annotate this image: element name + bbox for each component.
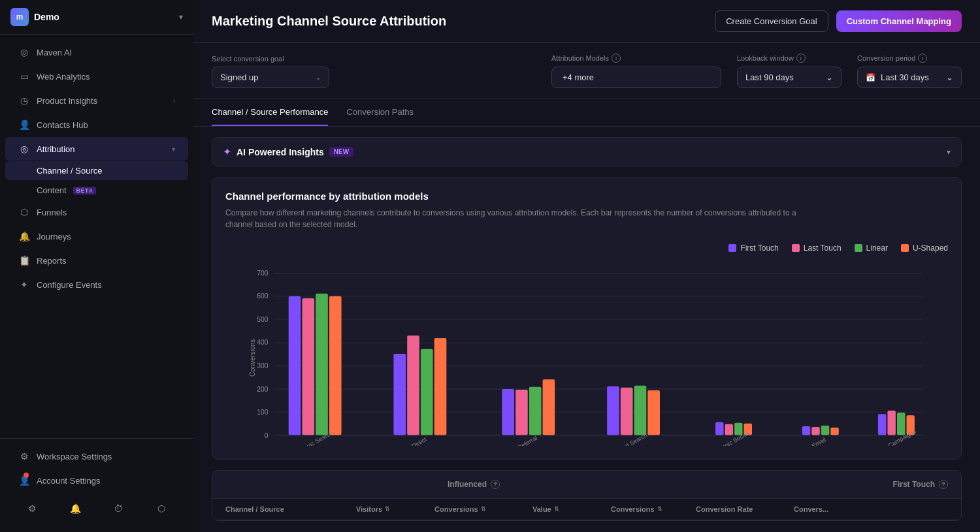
tab-conversion-paths[interactable]: Conversion Paths <box>346 99 414 126</box>
conversion-goal-select[interactable]: Signed up ⌄ <box>212 67 329 88</box>
attribution-models-control: Attribution Models i +4 more <box>551 54 721 88</box>
y-label-700: 700 <box>257 270 269 277</box>
conversion-period-control: Conversion period i 📅 Last 30 days ⌄ <box>857 54 962 88</box>
conversion-period-select[interactable]: 📅 Last 30 days ⌄ <box>857 67 962 88</box>
sidebar-item-configure-events[interactable]: ✦ Configure Events <box>5 273 188 296</box>
bar-referral-u-shaped <box>543 379 555 435</box>
legend-dot-first-touch <box>728 244 736 252</box>
create-conversion-goal-button[interactable]: Create Conversion Goal <box>715 10 828 32</box>
sidebar-item-label: Account Settings <box>37 476 101 486</box>
bar-email-last-touch <box>811 427 819 435</box>
product-insights-icon: ◷ <box>18 95 30 106</box>
sort-icon-conversions: ⇅ <box>481 506 486 512</box>
bar-other-campaigns-last-touch <box>887 411 895 435</box>
bar-chart: 700 600 500 400 300 200 100 0 Conversion… <box>225 263 948 446</box>
sidebar-item-maven-ai[interactable]: ◎ Maven AI <box>5 40 188 64</box>
bar-paid-search-last-touch <box>621 388 633 435</box>
workspace-settings-icon: ⚙ <box>18 451 30 462</box>
lookback-window-control: Lookback window i Last 90 days ⌄ <box>737 54 841 88</box>
sidebar-item-contacts-hub[interactable]: 👤 Contacts Hub <box>5 113 188 136</box>
sidebar-item-reports[interactable]: 📋 Reports <box>5 249 188 272</box>
workspace-name: Demo <box>34 12 59 22</box>
bar-paid-search-u-shaped <box>647 390 660 435</box>
ai-insights-bar[interactable]: ✦ AI Powered Insights NEW ▾ <box>212 137 962 166</box>
chart-title: Channel performance by attribution model… <box>225 191 948 202</box>
col-visitors[interactable]: Visitors ⇅ <box>356 505 434 513</box>
web-analytics-icon: ▭ <box>18 71 30 82</box>
sidebar-item-label: Funnels <box>37 208 67 217</box>
chart-legend: First Touch Last Touch Linear U-Shaped <box>225 243 948 253</box>
x-label-direct: Direct <box>410 436 427 446</box>
lookback-window-select[interactable]: Last 90 days ⌄ <box>737 67 841 88</box>
attribution-models-select[interactable]: +4 more <box>551 67 721 88</box>
influenced-group-header: Influenced ? <box>448 480 500 489</box>
new-badge: NEW <box>329 147 353 157</box>
calendar-icon: 📅 <box>866 73 875 82</box>
bell-footer-icon[interactable]: 🔔 <box>65 498 86 519</box>
contacts-hub-icon: 👤 <box>18 119 30 130</box>
beta-badge: BETA <box>73 187 97 195</box>
sidebar-item-label: Journeys <box>37 232 71 242</box>
settings-footer-icon[interactable]: ⚙ <box>22 498 42 519</box>
clock-footer-icon[interactable]: ⏱ <box>108 498 129 519</box>
bar-referral-last-touch <box>515 390 528 435</box>
main-content: Marketing Channel Source Attribution Cre… <box>193 0 980 532</box>
bar-organic-search-u-shaped <box>329 296 342 435</box>
sidebar-item-workspace-settings[interactable]: ⚙ Workspace Settings <box>5 445 188 468</box>
header-buttons: Create Conversion Goal Custom Channel Ma… <box>715 10 962 32</box>
bar-email-first-touch <box>802 426 810 435</box>
sort-icon-ft-conversions: ⇅ <box>657 506 662 512</box>
sidebar-sub-item-channel-source[interactable]: Channel / Source <box>5 161 188 180</box>
sidebar-item-attribution[interactable]: ◎ Attribution ▾ <box>5 137 188 161</box>
sidebar: m Demo ▾ ◎ Maven AI ▭ Web Analytics ◷ Pr… <box>0 0 193 532</box>
sidebar-item-journeys[interactable]: 🔔 Journeys <box>5 225 188 248</box>
col-conversions[interactable]: Conversions ⇅ <box>434 505 532 513</box>
y-label-600: 600 <box>257 292 269 300</box>
sidebar-item-product-insights[interactable]: ◷ Product Insights › <box>5 89 188 112</box>
logout-footer-icon[interactable]: ⬡ <box>151 498 172 519</box>
sidebar-header: m Demo ▾ <box>0 0 193 35</box>
sidebar-item-label: Maven AI <box>37 48 72 57</box>
sidebar-item-label: Workspace Settings <box>37 452 112 462</box>
attribution-models-label: Attribution Models i <box>551 54 721 63</box>
ai-insights-chevron-icon: ▾ <box>947 148 951 157</box>
col-value[interactable]: Value ⇅ <box>532 505 611 513</box>
y-label-400: 400 <box>257 339 269 346</box>
tab-channel-source-performance[interactable]: Channel / Source Performance <box>212 99 328 126</box>
lookback-arrow-icon: ⌄ <box>826 72 833 82</box>
legend-item-last-touch: Last Touch <box>792 243 841 253</box>
col-channel-source: Channel / Source <box>225 505 356 513</box>
col-conversion-rate: Conversion Rate <box>696 505 794 513</box>
influenced-info-icon: ? <box>491 480 500 489</box>
bar-email-linear <box>821 426 829 435</box>
bar-organic-search-last-touch <box>302 298 314 435</box>
y-label-300: 300 <box>257 362 269 369</box>
conversion-goal-label: Select conversion goal <box>212 55 329 63</box>
bar-other-campaigns-linear <box>897 413 905 435</box>
custom-channel-mapping-button[interactable]: Custom Channel Mapping <box>836 10 962 32</box>
sidebar-sub-item-content[interactable]: Content BETA <box>5 181 188 200</box>
y-label-500: 500 <box>257 316 269 323</box>
y-label-100: 100 <box>257 409 269 416</box>
col-ft-conversions[interactable]: Conversions ⇅ <box>611 505 696 513</box>
table-column-headers: Channel / Source Visitors ⇅ Conversions … <box>212 499 961 520</box>
bar-organic-search-first-touch <box>289 296 301 435</box>
y-axis-label: Conversions <box>249 339 256 377</box>
info-icon: i <box>612 54 621 63</box>
ai-insights-left: ✦ AI Powered Insights NEW <box>223 146 353 158</box>
sidebar-item-label: Contacts Hub <box>37 120 88 130</box>
period-arrow-icon: ⌄ <box>946 72 953 82</box>
sub-item-label: Content <box>37 185 67 195</box>
x-label-referral: Referral <box>516 435 538 446</box>
info-icon-lookback: i <box>796 54 806 63</box>
bar-direct-u-shaped <box>434 338 447 435</box>
x-label-email: Email <box>811 436 827 446</box>
sidebar-item-label: Product Insights <box>37 96 97 106</box>
bar-direct-last-touch <box>407 336 419 435</box>
sidebar-logo[interactable]: m Demo <box>10 8 59 26</box>
chevron-down-icon[interactable]: ▾ <box>179 12 183 22</box>
sidebar-item-funnels[interactable]: ⬡ Funnels <box>5 200 188 224</box>
sidebar-item-web-analytics[interactable]: ▭ Web Analytics <box>5 65 188 88</box>
tabs-section: Channel / Source Performance Conversion … <box>193 99 980 127</box>
sidebar-item-account-settings[interactable]: 👤 Account Settings <box>5 469 188 492</box>
